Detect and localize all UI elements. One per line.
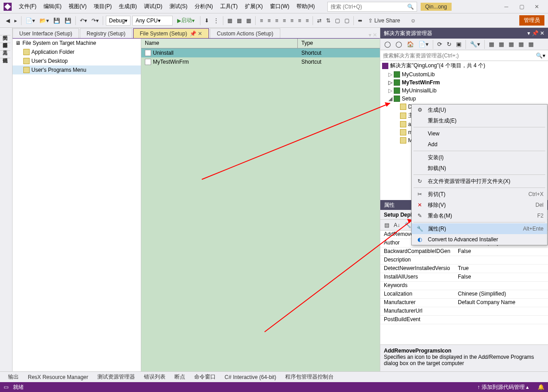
context-menu-item[interactable]: ✎重命名(M)F2 bbox=[412, 210, 547, 221]
menu-窗口(W)[interactable]: 窗口(W) bbox=[266, 1, 293, 11]
menu-帮助(H)[interactable]: 帮助(H) bbox=[293, 1, 318, 11]
panel-pin-icon[interactable]: ▾ 📌 ✕ bbox=[527, 30, 544, 36]
sln-i2-icon[interactable]: ▦ bbox=[497, 40, 506, 48]
feedback-icon[interactable]: ☺ bbox=[409, 17, 418, 25]
align-right-icon[interactable]: ≡ bbox=[273, 17, 280, 25]
property-row[interactable]: LocalizationChinese (Simplified) bbox=[380, 290, 548, 299]
sln-house-icon[interactable]: 🏠 bbox=[405, 40, 416, 48]
props-az-icon[interactable]: A↓ bbox=[392, 221, 402, 229]
tb-icon-5[interactable]: ▦ bbox=[244, 17, 253, 25]
context-menu-item[interactable]: 安装(I) bbox=[412, 152, 547, 163]
menu-分析(N)[interactable]: 分析(N) bbox=[191, 1, 217, 11]
spacing-icon-2[interactable]: ⇅ bbox=[324, 17, 332, 25]
menu-编辑(E)[interactable]: 编辑(E) bbox=[40, 1, 65, 11]
sln-nav-icon[interactable]: ◯ bbox=[394, 40, 404, 48]
bottom-tab[interactable]: C# Interactive (64-bit) bbox=[220, 374, 281, 380]
open-button[interactable]: 📂▾ bbox=[38, 17, 51, 25]
property-row[interactable]: ManufacturerDefault Company Name bbox=[380, 299, 548, 307]
sln-i3-icon[interactable]: ▦ bbox=[507, 40, 516, 48]
context-menu-item[interactable]: 重新生成(E) bbox=[412, 115, 547, 126]
project-node[interactable]: ▷MyCustomLib bbox=[380, 70, 548, 78]
align-icon-5[interactable]: ≡ bbox=[288, 17, 295, 25]
sln-wrench-icon[interactable]: 🔧▾ bbox=[468, 40, 482, 48]
property-row[interactable]: Description bbox=[380, 256, 548, 265]
doc-tab[interactable]: File System (Setup)📌 ✕ bbox=[133, 28, 209, 38]
menu-视图(V)[interactable]: 视图(V) bbox=[65, 1, 90, 11]
tree-item[interactable]: User's Desktop bbox=[13, 57, 141, 65]
side-tab[interactable]: 工具箱 bbox=[0, 43, 10, 51]
forward-button[interactable]: ▸ bbox=[13, 17, 19, 25]
property-row[interactable]: BackwardCompatibleIDGenFalse bbox=[380, 248, 548, 256]
sln-collapse-icon[interactable]: ▣ bbox=[454, 40, 463, 48]
maximize-button[interactable]: ▢ bbox=[514, 2, 529, 12]
tb-icon-4[interactable]: ▦ bbox=[235, 17, 244, 25]
doc-tab[interactable]: Custom Actions (Setup) bbox=[210, 28, 280, 38]
sln-i5-icon[interactable]: ▦ bbox=[526, 40, 535, 48]
context-menu-item[interactable]: 卸载(N) bbox=[412, 163, 547, 174]
tree-item[interactable]: Application Folder bbox=[13, 48, 141, 57]
bottom-tab[interactable]: 错误列表 bbox=[139, 373, 170, 381]
bottom-tab[interactable]: 断点 bbox=[170, 373, 190, 381]
bottom-tab[interactable]: ResX Resource Manager bbox=[23, 374, 93, 380]
bottom-tab[interactable]: 命令窗口 bbox=[190, 373, 220, 381]
tb-icon-3[interactable]: ▦ bbox=[226, 17, 234, 25]
platform-combo[interactable]: Any CPU ▾ bbox=[132, 16, 173, 26]
sln-refresh-icon[interactable]: ↻ bbox=[445, 40, 453, 48]
close-button[interactable]: ✕ bbox=[529, 2, 544, 12]
menu-生成(B)[interactable]: 生成(B) bbox=[115, 1, 140, 11]
bottom-tab[interactable]: 输出 bbox=[4, 373, 23, 381]
config-combo[interactable]: Debug ▾ bbox=[106, 16, 130, 26]
search-box[interactable]: 🔍 bbox=[327, 2, 417, 12]
property-row[interactable]: PostBuildEvent bbox=[380, 316, 548, 324]
align-icon-7[interactable]: ≡ bbox=[304, 17, 310, 25]
live-share-button[interactable]: ⇪ Live Share bbox=[365, 17, 404, 24]
menu-项目(P)[interactable]: 项目(P) bbox=[90, 1, 115, 11]
size-icon[interactable]: ⬌ bbox=[356, 17, 364, 25]
solution-search[interactable]: 🔍▾ bbox=[380, 50, 548, 61]
solution-node[interactable]: 解决方案"QingLong"(4 个项目，共 4 个) bbox=[380, 61, 548, 70]
back-button[interactable]: ◀ bbox=[4, 17, 12, 25]
tb-icon-2[interactable]: ⋮ bbox=[212, 17, 221, 25]
project-node[interactable]: ◢Setup bbox=[380, 95, 548, 103]
bottom-tab[interactable]: 程序包管理器控制台 bbox=[281, 373, 338, 381]
save-button[interactable]: 💾 bbox=[52, 17, 62, 25]
sln-i4-icon[interactable]: ▦ bbox=[517, 40, 526, 48]
start-button[interactable]: ▶ 启动 ▾ bbox=[174, 17, 198, 24]
align-icon-4[interactable]: ≡ bbox=[281, 17, 287, 25]
tab-dropdown-icon[interactable]: ▾ ✕ bbox=[366, 32, 380, 38]
side-tab[interactable]: 文档大纲 bbox=[0, 28, 10, 35]
context-menu-item[interactable]: ✕移除(V)Del bbox=[412, 200, 547, 210]
project-node[interactable]: ▷MyTestWinFrm bbox=[380, 78, 548, 87]
side-tab[interactable]: 源代码管理 bbox=[0, 51, 10, 58]
context-menu-item[interactable]: ✂剪切(T)Ctrl+X bbox=[412, 189, 547, 200]
menu-工具(T)[interactable]: 工具(T) bbox=[217, 1, 241, 11]
props-cat-icon[interactable]: ▤ bbox=[383, 221, 391, 229]
side-tab[interactable]: 服务器资源管理器 bbox=[0, 35, 10, 43]
context-menu-item[interactable]: 🔧属性(R)Alt+Ente bbox=[412, 223, 547, 234]
tree-item[interactable]: User's Programs Menu bbox=[13, 65, 141, 74]
save-all-button[interactable]: 💾 bbox=[63, 17, 73, 25]
align-left-icon[interactable]: ≡ bbox=[258, 17, 265, 25]
doc-tab[interactable]: Registry (Setup) bbox=[80, 28, 132, 38]
project-node[interactable]: ▷MyUninsiallLib bbox=[380, 87, 548, 95]
doc-tab[interactable]: User Interface (Setup) bbox=[13, 28, 79, 38]
align-icon-6[interactable]: ≡ bbox=[296, 17, 303, 25]
context-menu-item[interactable]: ⚙生成(U) bbox=[412, 105, 547, 115]
new-button[interactable]: 📄▾ bbox=[24, 17, 37, 25]
search-input[interactable] bbox=[331, 4, 402, 10]
menu-文件(F)[interactable]: 文件(F) bbox=[15, 1, 40, 11]
sln-sync-icon[interactable]: ⟳ bbox=[435, 40, 444, 48]
bell-icon[interactable]: 🔔 bbox=[538, 384, 544, 390]
spacing-icon-3[interactable]: ▢ bbox=[333, 17, 342, 25]
spacing-icon-1[interactable]: ⇄ bbox=[315, 17, 323, 25]
redo-button[interactable]: ↷▾ bbox=[90, 17, 100, 25]
menu-测试(S)[interactable]: 测试(S) bbox=[166, 1, 191, 11]
property-row[interactable]: Keywords bbox=[380, 282, 548, 290]
solution-search-input[interactable] bbox=[383, 52, 536, 59]
list-item[interactable]: MyTestWinFrmShortcut bbox=[141, 57, 380, 66]
menu-调试(D)[interactable]: 调试(D) bbox=[140, 1, 166, 11]
sln-i1-icon[interactable]: ▦ bbox=[487, 40, 496, 48]
context-menu-item[interactable]: View bbox=[412, 128, 547, 139]
align-center-icon[interactable]: ≡ bbox=[265, 17, 272, 25]
user-badge[interactable]: Qin...ong bbox=[421, 3, 452, 11]
